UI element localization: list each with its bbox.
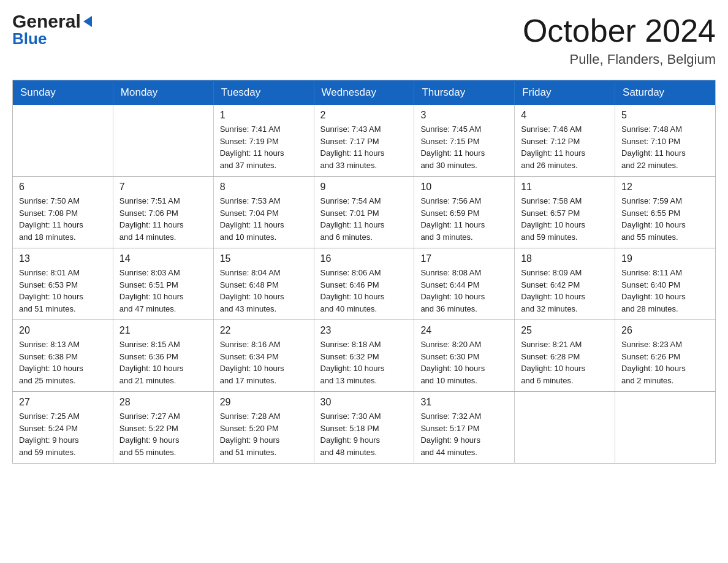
day-number: 26 xyxy=(621,325,709,336)
day-number: 8 xyxy=(220,182,308,193)
location: Pulle, Flanders, Belgium xyxy=(523,52,716,67)
day-number: 19 xyxy=(621,253,709,264)
table-row: 24Sunrise: 8:20 AM Sunset: 6:30 PM Dayli… xyxy=(414,320,515,392)
day-number: 9 xyxy=(320,182,408,193)
day-info: Sunrise: 8:06 AM Sunset: 6:46 PM Dayligh… xyxy=(320,267,408,315)
day-number: 12 xyxy=(621,182,709,193)
calendar-week-row: 1Sunrise: 7:41 AM Sunset: 7:19 PM Daylig… xyxy=(13,105,716,177)
calendar-week-row: 6Sunrise: 7:50 AM Sunset: 7:08 PM Daylig… xyxy=(13,177,716,248)
col-thursday: Thursday xyxy=(414,80,515,105)
day-number: 1 xyxy=(220,110,308,121)
day-info: Sunrise: 7:25 AM Sunset: 5:24 PM Dayligh… xyxy=(19,410,107,458)
table-row xyxy=(615,392,716,464)
table-row: 16Sunrise: 8:06 AM Sunset: 6:46 PM Dayli… xyxy=(314,248,414,320)
table-row: 26Sunrise: 8:23 AM Sunset: 6:26 PM Dayli… xyxy=(615,320,716,392)
day-number: 2 xyxy=(320,110,408,121)
col-wednesday: Wednesday xyxy=(314,80,414,105)
table-row: 22Sunrise: 8:16 AM Sunset: 6:34 PM Dayli… xyxy=(213,320,314,392)
day-number: 7 xyxy=(119,182,207,193)
table-row: 31Sunrise: 7:32 AM Sunset: 5:17 PM Dayli… xyxy=(414,392,515,464)
table-row xyxy=(113,105,213,177)
table-row: 9Sunrise: 7:54 AM Sunset: 7:01 PM Daylig… xyxy=(314,177,414,248)
table-row: 14Sunrise: 8:03 AM Sunset: 6:51 PM Dayli… xyxy=(113,248,213,320)
day-info: Sunrise: 7:59 AM Sunset: 6:55 PM Dayligh… xyxy=(621,195,709,243)
day-number: 20 xyxy=(19,325,107,336)
table-row: 5Sunrise: 7:48 AM Sunset: 7:10 PM Daylig… xyxy=(615,105,716,177)
day-info: Sunrise: 8:13 AM Sunset: 6:38 PM Dayligh… xyxy=(19,339,107,386)
day-number: 18 xyxy=(521,253,609,264)
day-number: 30 xyxy=(320,397,408,408)
day-info: Sunrise: 7:58 AM Sunset: 6:57 PM Dayligh… xyxy=(521,195,609,243)
calendar-week-row: 13Sunrise: 8:01 AM Sunset: 6:53 PM Dayli… xyxy=(13,248,716,320)
col-friday: Friday xyxy=(515,80,615,105)
table-row: 6Sunrise: 7:50 AM Sunset: 7:08 PM Daylig… xyxy=(13,177,113,248)
day-number: 28 xyxy=(119,397,207,408)
day-info: Sunrise: 7:28 AM Sunset: 5:20 PM Dayligh… xyxy=(220,410,308,458)
day-number: 10 xyxy=(420,182,508,193)
day-info: Sunrise: 8:20 AM Sunset: 6:30 PM Dayligh… xyxy=(420,339,508,386)
day-number: 4 xyxy=(521,110,609,121)
day-info: Sunrise: 7:30 AM Sunset: 5:18 PM Dayligh… xyxy=(320,410,408,458)
table-row: 12Sunrise: 7:59 AM Sunset: 6:55 PM Dayli… xyxy=(615,177,716,248)
day-info: Sunrise: 8:08 AM Sunset: 6:44 PM Dayligh… xyxy=(420,267,508,315)
table-row: 4Sunrise: 7:46 AM Sunset: 7:12 PM Daylig… xyxy=(515,105,615,177)
day-number: 22 xyxy=(220,325,308,336)
calendar-header-row: Sunday Monday Tuesday Wednesday Thursday… xyxy=(13,80,716,105)
table-row: 25Sunrise: 8:21 AM Sunset: 6:28 PM Dayli… xyxy=(515,320,615,392)
table-row: 8Sunrise: 7:53 AM Sunset: 7:04 PM Daylig… xyxy=(213,177,314,248)
day-info: Sunrise: 8:16 AM Sunset: 6:34 PM Dayligh… xyxy=(220,339,308,386)
day-info: Sunrise: 8:09 AM Sunset: 6:42 PM Dayligh… xyxy=(521,267,609,315)
col-saturday: Saturday xyxy=(615,80,716,105)
day-info: Sunrise: 8:01 AM Sunset: 6:53 PM Dayligh… xyxy=(19,267,107,315)
calendar-body: 1Sunrise: 7:41 AM Sunset: 7:19 PM Daylig… xyxy=(13,105,716,464)
day-info: Sunrise: 8:03 AM Sunset: 6:51 PM Dayligh… xyxy=(119,267,207,315)
title-section: October 2024 Pulle, Flanders, Belgium xyxy=(523,12,716,67)
calendar-week-row: 20Sunrise: 8:13 AM Sunset: 6:38 PM Dayli… xyxy=(13,320,716,392)
day-info: Sunrise: 7:54 AM Sunset: 7:01 PM Dayligh… xyxy=(320,195,408,243)
day-info: Sunrise: 8:21 AM Sunset: 6:28 PM Dayligh… xyxy=(521,339,609,386)
day-number: 3 xyxy=(420,110,508,121)
table-row: 10Sunrise: 7:56 AM Sunset: 6:59 PM Dayli… xyxy=(414,177,515,248)
day-number: 27 xyxy=(19,397,107,408)
table-row: 18Sunrise: 8:09 AM Sunset: 6:42 PM Dayli… xyxy=(515,248,615,320)
table-row: 27Sunrise: 7:25 AM Sunset: 5:24 PM Dayli… xyxy=(13,392,113,464)
day-number: 31 xyxy=(420,397,508,408)
day-number: 6 xyxy=(19,182,107,193)
day-info: Sunrise: 8:23 AM Sunset: 6:26 PM Dayligh… xyxy=(621,339,709,386)
logo: General Blue xyxy=(12,12,92,48)
day-info: Sunrise: 8:15 AM Sunset: 6:36 PM Dayligh… xyxy=(119,339,207,386)
day-info: Sunrise: 7:32 AM Sunset: 5:17 PM Dayligh… xyxy=(420,410,508,458)
day-number: 14 xyxy=(119,253,207,264)
day-number: 16 xyxy=(320,253,408,264)
day-number: 25 xyxy=(521,325,609,336)
logo-arrow-icon xyxy=(83,16,92,27)
logo-general: General xyxy=(12,12,92,31)
day-info: Sunrise: 7:56 AM Sunset: 6:59 PM Dayligh… xyxy=(420,195,508,243)
page-header: General Blue October 2024 Pulle, Flander… xyxy=(12,12,716,67)
table-row: 30Sunrise: 7:30 AM Sunset: 5:18 PM Dayli… xyxy=(314,392,414,464)
table-row: 21Sunrise: 8:15 AM Sunset: 6:36 PM Dayli… xyxy=(113,320,213,392)
day-info: Sunrise: 7:43 AM Sunset: 7:17 PM Dayligh… xyxy=(320,123,408,171)
day-info: Sunrise: 8:18 AM Sunset: 6:32 PM Dayligh… xyxy=(320,339,408,386)
day-info: Sunrise: 7:51 AM Sunset: 7:06 PM Dayligh… xyxy=(119,195,207,243)
month-title: October 2024 xyxy=(523,12,716,49)
day-info: Sunrise: 7:46 AM Sunset: 7:12 PM Dayligh… xyxy=(521,123,609,171)
table-row: 7Sunrise: 7:51 AM Sunset: 7:06 PM Daylig… xyxy=(113,177,213,248)
day-number: 5 xyxy=(621,110,709,121)
table-row: 2Sunrise: 7:43 AM Sunset: 7:17 PM Daylig… xyxy=(314,105,414,177)
day-info: Sunrise: 7:27 AM Sunset: 5:22 PM Dayligh… xyxy=(119,410,207,458)
day-number: 11 xyxy=(521,182,609,193)
table-row xyxy=(13,105,113,177)
calendar-table: Sunday Monday Tuesday Wednesday Thursday… xyxy=(12,80,716,464)
day-info: Sunrise: 8:04 AM Sunset: 6:48 PM Dayligh… xyxy=(220,267,308,315)
table-row: 1Sunrise: 7:41 AM Sunset: 7:19 PM Daylig… xyxy=(213,105,314,177)
table-row: 19Sunrise: 8:11 AM Sunset: 6:40 PM Dayli… xyxy=(615,248,716,320)
table-row: 17Sunrise: 8:08 AM Sunset: 6:44 PM Dayli… xyxy=(414,248,515,320)
col-sunday: Sunday xyxy=(13,80,113,105)
day-info: Sunrise: 7:50 AM Sunset: 7:08 PM Dayligh… xyxy=(19,195,107,243)
day-info: Sunrise: 7:41 AM Sunset: 7:19 PM Dayligh… xyxy=(220,123,308,171)
table-row: 28Sunrise: 7:27 AM Sunset: 5:22 PM Dayli… xyxy=(113,392,213,464)
day-number: 17 xyxy=(420,253,508,264)
day-info: Sunrise: 7:48 AM Sunset: 7:10 PM Dayligh… xyxy=(621,123,709,171)
logo-blue: Blue xyxy=(12,29,92,48)
